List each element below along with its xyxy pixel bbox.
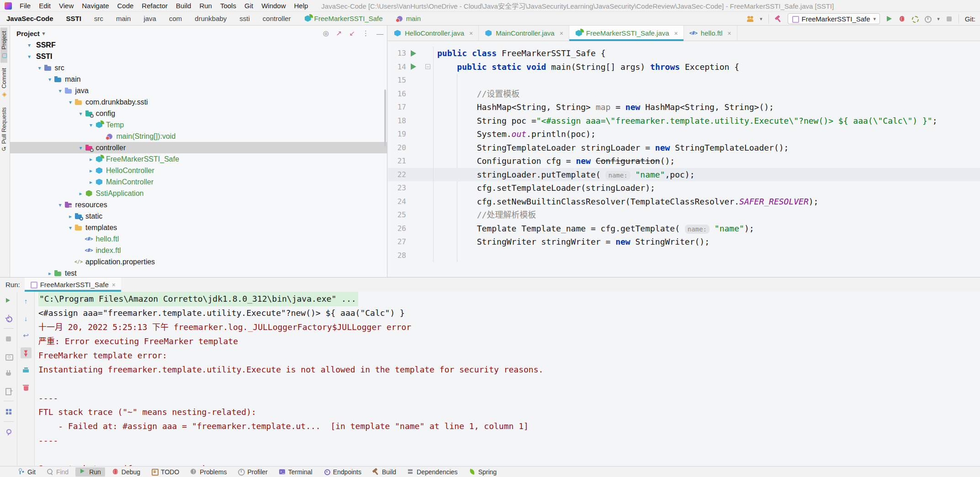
tab-maincontroller-java[interactable]: MainController.java× (479, 26, 569, 41)
breadcrumb-controller[interactable]: controller (263, 15, 291, 22)
code-editor[interactable]: 13public class FreeMarkerSSTI_Safe {14– … (388, 41, 980, 277)
scroll-down-icon[interactable]: ↓ (21, 313, 32, 324)
run-line-icon[interactable] (411, 50, 416, 57)
run-tab[interactable]: FreeMarkerSSTI_Safe × (25, 278, 121, 292)
toolwindow-todo[interactable]: TODO (147, 467, 183, 477)
chevron-down-icon[interactable]: ▾ (760, 16, 763, 22)
stripe-item-project[interactable]: ▢Project (0, 27, 7, 63)
tree-item-com-drunkbaby-ssti[interactable]: ▾com.drunkbaby.ssti (10, 96, 387, 108)
soft-wrap-icon[interactable]: ↩ (21, 330, 32, 341)
close-icon[interactable]: × (727, 30, 731, 37)
tab-hellocontroller-java[interactable]: HelloController.java× (388, 26, 479, 41)
toolwindow-endpoints[interactable]: Endpoints (319, 467, 366, 477)
stop-button[interactable] (946, 16, 953, 22)
chevron-right-icon[interactable]: ▸ (87, 156, 95, 162)
tree-item-main-string-void[interactable]: main(String[]):void (10, 131, 387, 142)
tree-item-templates[interactable]: ▾templates (10, 222, 387, 233)
menu-git[interactable]: Git (240, 2, 257, 10)
export-icon[interactable] (3, 385, 14, 396)
fold-icon[interactable]: – (425, 64, 430, 69)
tree-item-test[interactable]: ▸test (10, 267, 387, 277)
tree-item-temp[interactable]: ▾Temp (10, 119, 387, 131)
chevron-down-icon[interactable]: ▾ (66, 99, 74, 105)
menu-run[interactable]: Run (195, 2, 216, 10)
toolwindow-problems[interactable]: Problems (186, 467, 231, 477)
toolwindow-build[interactable]: Build (368, 467, 400, 477)
console-output[interactable]: "C:\Program Files\Amazon Corretto\jdk1.8… (35, 292, 980, 466)
run-line-icon[interactable] (411, 63, 416, 70)
run-with-coverage-button[interactable] (911, 16, 918, 22)
chevron-right-icon[interactable]: ▸ (87, 168, 95, 174)
tree-item-config[interactable]: ▾config (10, 108, 387, 119)
attach-icon[interactable] (3, 368, 14, 379)
chevron-right-icon[interactable]: ▸ (66, 213, 74, 220)
chevron-down-icon[interactable]: ▾ (77, 110, 85, 117)
clear-icon[interactable] (21, 382, 32, 393)
menu-edit[interactable]: Edit (35, 2, 55, 10)
chevron-down-icon[interactable]: ▾ (25, 42, 33, 48)
tree-item-main[interactable]: ▾main (10, 73, 387, 85)
settings-icon[interactable] (3, 313, 14, 324)
tab-hello-ftl[interactable]: <#>hello.ftl× (684, 26, 737, 41)
breadcrumb-main[interactable]: main (116, 15, 131, 22)
menu-code[interactable]: Code (113, 2, 138, 10)
tree-item-src[interactable]: ▾src (10, 62, 387, 73)
rerun-icon[interactable] (3, 295, 14, 306)
chevron-right-icon[interactable]: ▸ (87, 179, 95, 185)
toolwindow-git[interactable]: Git (14, 467, 40, 477)
close-icon[interactable]: × (469, 30, 473, 37)
chevron-down-icon[interactable]: ▾ (36, 65, 44, 71)
stripe-item-pull-requests[interactable]: ↺Pull Requests (0, 104, 7, 155)
chevron-right-icon[interactable]: ▸ (77, 190, 85, 197)
toolwindow-find[interactable]: Find (42, 467, 73, 477)
chevron-down-icon[interactable]: ▾ (56, 88, 64, 94)
tree-item-hello-ftl[interactable]: <#>hello.ftl (10, 233, 387, 245)
menu-refactor[interactable]: Refactor (138, 2, 172, 10)
print-icon[interactable] (21, 365, 32, 376)
collaborators-icon[interactable] (747, 16, 754, 22)
toolwindow-run[interactable]: Run (75, 467, 105, 477)
tree-item-static[interactable]: ▸static (10, 210, 387, 222)
chevron-down-icon[interactable]: ▾ (77, 145, 85, 151)
hide-panel-icon[interactable]: — (376, 30, 383, 37)
breadcrumb-class[interactable]: FreeMarkerSSTI_Safe (304, 15, 383, 22)
chevron-down-icon[interactable]: ▾ (25, 53, 33, 60)
chevron-down-icon[interactable]: ▾ (87, 122, 95, 128)
project-tree[interactable]: ▾SSRF▾SSTI▾src▾main▾java▾com.drunkbaby.s… (10, 41, 387, 277)
chevron-down-icon[interactable]: ▾ (46, 76, 54, 83)
tree-item-maincontroller[interactable]: ▸MainController (10, 176, 387, 188)
menu-view[interactable]: View (55, 2, 78, 10)
menu-build[interactable]: Build (172, 2, 195, 10)
run-button[interactable] (886, 16, 893, 22)
menu-file[interactable]: File (16, 2, 35, 10)
chevron-down-icon[interactable]: ▾ (66, 225, 74, 231)
breadcrumb-method[interactable]: main (396, 15, 421, 22)
tree-item-freemarkerssti-safe[interactable]: ▸FreeMarkerSSTI_Safe (10, 153, 387, 165)
chevron-down-icon[interactable]: ▾ (937, 16, 940, 22)
chevron-right-icon[interactable]: ▸ (46, 270, 54, 277)
locate-icon[interactable]: ◎ (323, 29, 329, 37)
close-icon[interactable]: × (112, 281, 116, 288)
screenshot-icon[interactable] (3, 351, 14, 362)
toolwindow-profiler[interactable]: Profiler (233, 467, 271, 477)
breadcrumb-src[interactable]: src (94, 15, 103, 22)
menu-window[interactable]: Window (257, 2, 290, 10)
scroll-to-end-icon[interactable]: ▾ ▾ (21, 347, 32, 358)
toolwindow-debug[interactable]: Debug (108, 467, 144, 477)
tree-item-resources[interactable]: ▾resources (10, 199, 387, 210)
layout-icon[interactable] (3, 406, 14, 417)
run-configuration-select[interactable]: FreeMarkerSSTI_Safe ▾ (788, 13, 880, 24)
profiler-button[interactable] (924, 16, 931, 22)
close-icon[interactable]: × (674, 30, 678, 37)
menu-help[interactable]: Help (290, 2, 313, 10)
tree-item-ssti[interactable]: ▾SSTI (10, 51, 387, 62)
more-options-icon[interactable]: ⋮ (362, 29, 369, 37)
menu-tools[interactable]: Tools (216, 2, 240, 10)
tree-item-index-ftl[interactable]: <#>index.ftl (10, 245, 387, 256)
tree-item-controller[interactable]: ▾controller (10, 142, 387, 153)
build-hammer-icon[interactable] (775, 16, 782, 22)
toolwindow-terminal[interactable]: Terminal (275, 467, 317, 477)
tree-item-ssrf[interactable]: ▾SSRF (10, 41, 387, 51)
breadcrumb-java[interactable]: java (143, 15, 156, 22)
project-panel-title[interactable]: Project ▾ (16, 30, 45, 37)
